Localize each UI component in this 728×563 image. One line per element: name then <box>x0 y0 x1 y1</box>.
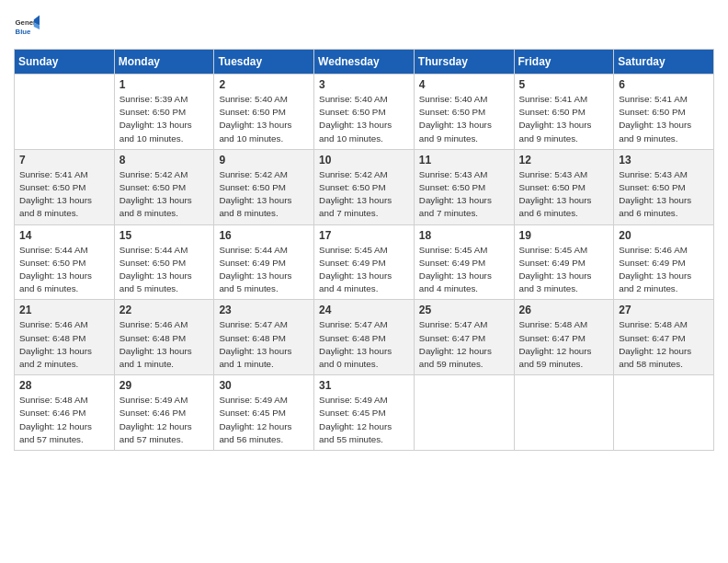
calendar-cell: 27Sunrise: 5:48 AMSunset: 6:47 PMDayligh… <box>614 300 714 375</box>
day-number: 21 <box>19 304 109 316</box>
calendar-cell: 2Sunrise: 5:40 AMSunset: 6:50 PMDaylight… <box>214 75 314 150</box>
calendar-cell: 31Sunrise: 5:49 AMSunset: 6:45 PMDayligh… <box>314 375 415 451</box>
day-number: 18 <box>419 229 509 242</box>
day-number: 24 <box>319 304 409 316</box>
calendar-cell: 11Sunrise: 5:43 AMSunset: 6:50 PMDayligh… <box>414 149 514 224</box>
day-info: Sunrise: 5:44 AMSunset: 6:50 PMDaylight:… <box>19 244 109 296</box>
day-number: 20 <box>619 229 709 242</box>
day-number: 31 <box>319 379 409 392</box>
logo: General Blue <box>14 14 43 40</box>
calendar-week-row: 14Sunrise: 5:44 AMSunset: 6:50 PMDayligh… <box>15 224 714 300</box>
day-info: Sunrise: 5:39 AMSunset: 6:50 PMDaylight:… <box>119 93 210 145</box>
calendar-cell <box>614 375 714 451</box>
day-number: 13 <box>619 154 709 167</box>
day-info: Sunrise: 5:45 AMSunset: 6:49 PMDaylight:… <box>319 244 409 296</box>
day-info: Sunrise: 5:40 AMSunset: 6:50 PMDaylight:… <box>219 93 309 145</box>
day-info: Sunrise: 5:40 AMSunset: 6:50 PMDaylight:… <box>419 93 509 145</box>
day-number: 2 <box>219 78 309 91</box>
day-info: Sunrise: 5:46 AMSunset: 6:48 PMDaylight:… <box>19 318 109 371</box>
day-info: Sunrise: 5:48 AMSunset: 6:47 PMDaylight:… <box>619 318 709 371</box>
day-number: 26 <box>519 304 609 316</box>
logo-icon: General Blue <box>14 14 40 40</box>
day-info: Sunrise: 5:42 AMSunset: 6:50 PMDaylight:… <box>219 168 309 221</box>
calendar-cell: 24Sunrise: 5:47 AMSunset: 6:48 PMDayligh… <box>314 300 415 375</box>
day-info: Sunrise: 5:46 AMSunset: 6:48 PMDaylight:… <box>119 318 210 371</box>
day-info: Sunrise: 5:47 AMSunset: 6:47 PMDaylight:… <box>419 318 509 371</box>
calendar-cell: 7Sunrise: 5:41 AMSunset: 6:50 PMDaylight… <box>15 149 115 224</box>
day-info: Sunrise: 5:42 AMSunset: 6:50 PMDaylight:… <box>319 168 409 221</box>
day-info: Sunrise: 5:48 AMSunset: 6:46 PMDaylight:… <box>19 394 109 446</box>
calendar-cell: 19Sunrise: 5:45 AMSunset: 6:49 PMDayligh… <box>514 224 614 300</box>
weekday-header-saturday: Saturday <box>614 50 714 75</box>
calendar-cell: 22Sunrise: 5:46 AMSunset: 6:48 PMDayligh… <box>114 300 214 375</box>
day-number: 16 <box>219 229 309 242</box>
calendar-cell: 21Sunrise: 5:46 AMSunset: 6:48 PMDayligh… <box>15 300 115 375</box>
day-number: 5 <box>519 78 609 91</box>
day-number: 7 <box>19 154 109 167</box>
day-info: Sunrise: 5:42 AMSunset: 6:50 PMDaylight:… <box>119 168 210 221</box>
weekday-header-tuesday: Tuesday <box>214 50 314 75</box>
calendar-cell: 10Sunrise: 5:42 AMSunset: 6:50 PMDayligh… <box>314 149 415 224</box>
calendar-cell: 9Sunrise: 5:42 AMSunset: 6:50 PMDaylight… <box>214 149 314 224</box>
day-info: Sunrise: 5:48 AMSunset: 6:47 PMDaylight:… <box>519 318 609 371</box>
calendar-cell: 29Sunrise: 5:49 AMSunset: 6:46 PMDayligh… <box>114 375 214 451</box>
weekday-header-friday: Friday <box>514 50 614 75</box>
day-info: Sunrise: 5:44 AMSunset: 6:49 PMDaylight:… <box>219 244 309 296</box>
day-info: Sunrise: 5:49 AMSunset: 6:45 PMDaylight:… <box>319 394 409 446</box>
weekday-header-sunday: Sunday <box>15 50 115 75</box>
day-info: Sunrise: 5:43 AMSunset: 6:50 PMDaylight:… <box>619 168 709 221</box>
day-number: 12 <box>519 154 609 167</box>
calendar-cell: 13Sunrise: 5:43 AMSunset: 6:50 PMDayligh… <box>614 149 714 224</box>
day-number: 6 <box>619 78 709 91</box>
calendar-week-row: 1Sunrise: 5:39 AMSunset: 6:50 PMDaylight… <box>15 75 714 150</box>
day-number: 4 <box>419 78 509 91</box>
day-number: 23 <box>219 304 309 316</box>
header: General Blue <box>14 14 714 40</box>
day-info: Sunrise: 5:43 AMSunset: 6:50 PMDaylight:… <box>519 168 609 221</box>
calendar-week-row: 28Sunrise: 5:48 AMSunset: 6:46 PMDayligh… <box>15 375 714 451</box>
weekday-header-thursday: Thursday <box>414 50 514 75</box>
day-number: 17 <box>319 229 409 242</box>
day-info: Sunrise: 5:46 AMSunset: 6:49 PMDaylight:… <box>619 244 709 296</box>
day-number: 25 <box>419 304 509 316</box>
day-number: 22 <box>119 304 210 316</box>
calendar-week-row: 7Sunrise: 5:41 AMSunset: 6:50 PMDaylight… <box>15 149 714 224</box>
calendar-cell: 25Sunrise: 5:47 AMSunset: 6:47 PMDayligh… <box>414 300 514 375</box>
day-number: 11 <box>419 154 509 167</box>
weekday-header-row: SundayMondayTuesdayWednesdayThursdayFrid… <box>15 50 714 75</box>
calendar-week-row: 21Sunrise: 5:46 AMSunset: 6:48 PMDayligh… <box>15 300 714 375</box>
calendar-cell: 8Sunrise: 5:42 AMSunset: 6:50 PMDaylight… <box>114 149 214 224</box>
calendar-cell: 26Sunrise: 5:48 AMSunset: 6:47 PMDayligh… <box>514 300 614 375</box>
day-number: 3 <box>319 78 409 91</box>
day-info: Sunrise: 5:41 AMSunset: 6:50 PMDaylight:… <box>19 168 109 221</box>
calendar-cell: 17Sunrise: 5:45 AMSunset: 6:49 PMDayligh… <box>314 224 415 300</box>
calendar-cell: 14Sunrise: 5:44 AMSunset: 6:50 PMDayligh… <box>15 224 115 300</box>
weekday-header-wednesday: Wednesday <box>314 50 415 75</box>
calendar-cell: 28Sunrise: 5:48 AMSunset: 6:46 PMDayligh… <box>15 375 115 451</box>
calendar-cell: 3Sunrise: 5:40 AMSunset: 6:50 PMDaylight… <box>314 75 415 150</box>
calendar-cell <box>15 75 115 150</box>
day-number: 10 <box>319 154 409 167</box>
calendar-cell: 20Sunrise: 5:46 AMSunset: 6:49 PMDayligh… <box>614 224 714 300</box>
day-number: 30 <box>219 379 309 392</box>
day-number: 1 <box>119 78 210 91</box>
day-info: Sunrise: 5:41 AMSunset: 6:50 PMDaylight:… <box>619 93 709 145</box>
day-info: Sunrise: 5:45 AMSunset: 6:49 PMDaylight:… <box>419 244 509 296</box>
calendar-cell: 6Sunrise: 5:41 AMSunset: 6:50 PMDaylight… <box>614 75 714 150</box>
day-number: 19 <box>519 229 609 242</box>
day-info: Sunrise: 5:49 AMSunset: 6:45 PMDaylight:… <box>219 394 309 446</box>
calendar-cell: 18Sunrise: 5:45 AMSunset: 6:49 PMDayligh… <box>414 224 514 300</box>
calendar-cell: 23Sunrise: 5:47 AMSunset: 6:48 PMDayligh… <box>214 300 314 375</box>
day-number: 8 <box>119 154 210 167</box>
calendar-cell: 30Sunrise: 5:49 AMSunset: 6:45 PMDayligh… <box>214 375 314 451</box>
day-number: 15 <box>119 229 210 242</box>
day-number: 28 <box>19 379 109 392</box>
day-number: 9 <box>219 154 309 167</box>
calendar-cell: 16Sunrise: 5:44 AMSunset: 6:49 PMDayligh… <box>214 224 314 300</box>
day-info: Sunrise: 5:45 AMSunset: 6:49 PMDaylight:… <box>519 244 609 296</box>
day-info: Sunrise: 5:49 AMSunset: 6:46 PMDaylight:… <box>119 394 210 446</box>
weekday-header-monday: Monday <box>114 50 214 75</box>
day-number: 27 <box>619 304 709 316</box>
calendar-cell <box>514 375 614 451</box>
day-info: Sunrise: 5:43 AMSunset: 6:50 PMDaylight:… <box>419 168 509 221</box>
